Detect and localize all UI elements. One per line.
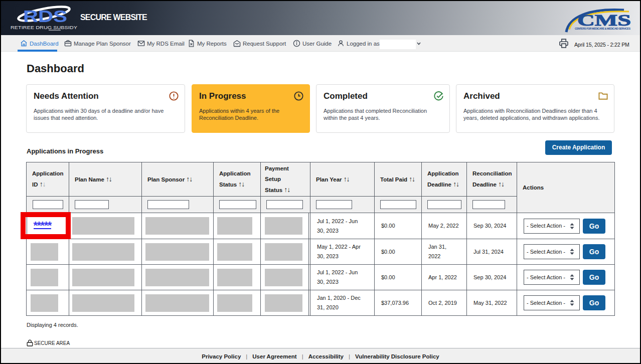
svg-text:RETIREE DRUG SUBSIDY: RETIREE DRUG SUBSIDY bbox=[11, 25, 78, 30]
svg-text:RDS: RDS bbox=[23, 7, 67, 26]
svg-text:CENTERS FOR MEDICARE & MEDICAI: CENTERS FOR MEDICARE & MEDICAID SERVICES bbox=[575, 27, 630, 30]
